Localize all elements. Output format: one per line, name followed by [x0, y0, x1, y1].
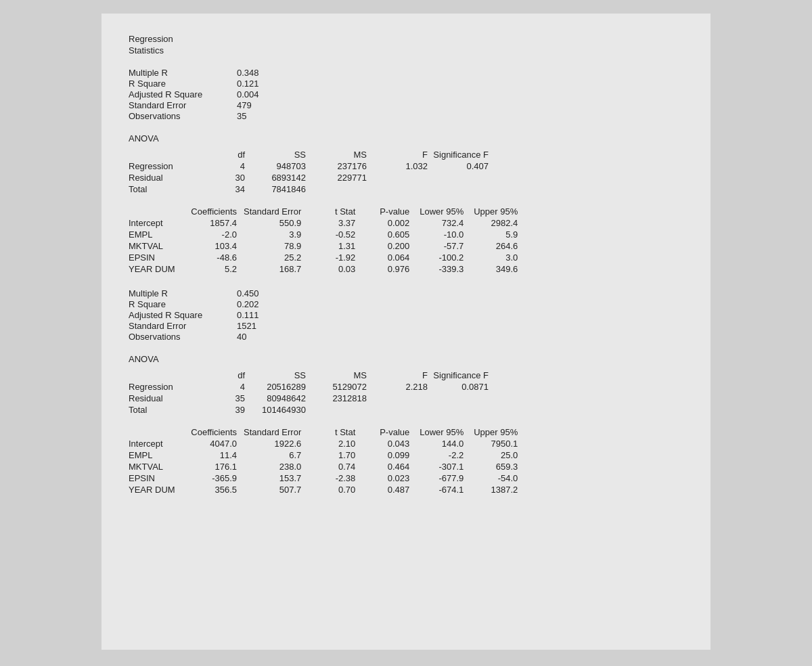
coeff-cell: 0.043 — [362, 438, 416, 449]
anova-cell — [311, 183, 372, 195]
anova-row: Total347841846 — [129, 183, 494, 195]
anova-cell: 4 — [189, 381, 250, 393]
coeff-cell: EPSIN — [129, 472, 189, 484]
coeff-cell: 144.0 — [416, 438, 470, 449]
anova-cell: 35 — [189, 393, 250, 404]
coeff-header: P-value — [362, 426, 416, 438]
coeff-cell: 356.5 — [189, 484, 244, 495]
anova-row: Residual306893142229771 — [129, 172, 494, 183]
section1-stats-rows: Multiple R0.348R Square0.121Adjusted R S… — [129, 68, 683, 121]
section2-anova-title: ANOVA — [129, 354, 683, 364]
stats-label: R Square — [129, 79, 237, 89]
coeff-cell: 168.7 — [244, 263, 308, 275]
anova-header: F — [372, 370, 433, 381]
coeff-cell: 1857.4 — [189, 217, 244, 229]
coeff-header — [129, 206, 189, 217]
coeff-cell: 1922.6 — [244, 438, 308, 449]
section1-anova-table: dfSSMSFSignificance FRegression494870323… — [129, 149, 494, 195]
coeff-cell: 0.464 — [362, 461, 416, 472]
stats-row: Multiple R0.348 — [129, 68, 683, 78]
coeff-row: EPSIN-48.625.2-1.920.064-100.23.0 — [129, 252, 524, 263]
anova-cell: 948703 — [250, 160, 311, 172]
stats-value: 0.348 — [237, 68, 291, 78]
anova-header: df — [189, 370, 250, 381]
coeff-cell: 3.37 — [308, 217, 362, 229]
coeff-header: P-value — [362, 206, 416, 217]
coeff-cell: 4047.0 — [189, 438, 244, 449]
coeff-cell: 2.10 — [308, 438, 362, 449]
anova-cell: Regression — [129, 160, 189, 172]
anova-cell: Residual — [129, 172, 189, 183]
coeff-cell: 0.200 — [362, 240, 416, 252]
anova-cell: 0.0871 — [433, 381, 494, 393]
coeff-cell: 2982.4 — [470, 217, 524, 229]
coeff-cell: 3.9 — [244, 229, 308, 240]
coeff-header: t Stat — [308, 206, 362, 217]
anova-cell — [311, 404, 372, 416]
coeff-cell: 0.099 — [362, 449, 416, 461]
stats-label: Standard Error — [129, 100, 237, 110]
coeff-cell: 0.064 — [362, 252, 416, 263]
coeff-cell: -2.0 — [189, 229, 244, 240]
stats-label: Adjusted R Square — [129, 89, 237, 99]
coeff-cell: -2.2 — [416, 449, 470, 461]
coeff-cell: 1.70 — [308, 449, 362, 461]
anova-header: MS — [311, 370, 372, 381]
stats-row: Adjusted R Square0.004 — [129, 89, 683, 99]
coeff-cell: 11.4 — [189, 449, 244, 461]
section1-stats: Regression Statistics — [129, 34, 683, 56]
stats-value: 0.202 — [237, 299, 291, 309]
anova-cell — [433, 172, 494, 183]
coeff-cell: 5.9 — [470, 229, 524, 240]
stats-row: Adjusted R Square0.111 — [129, 310, 683, 320]
coeff-cell: 0.023 — [362, 472, 416, 484]
coeff-cell: 78.9 — [244, 240, 308, 252]
coeff-cell: -365.9 — [189, 472, 244, 484]
coeff-cell: 6.7 — [244, 449, 308, 461]
coeff-cell: YEAR DUM — [129, 484, 189, 495]
coeff-cell: 507.7 — [244, 484, 308, 495]
page-content: Regression Statistics Multiple R0.348R S… — [102, 14, 710, 650]
anova-cell — [372, 404, 433, 416]
coeff-row: MKTVAL103.478.91.310.200-57.7264.6 — [129, 240, 524, 252]
coeff-cell: -677.9 — [416, 472, 470, 484]
anova-cell: 39 — [189, 404, 250, 416]
coeff-cell: -2.38 — [308, 472, 362, 484]
coeff-cell: MKTVAL — [129, 240, 189, 252]
anova-header: F — [372, 149, 433, 160]
stats-row: R Square0.202 — [129, 299, 683, 309]
coeff-cell: -57.7 — [416, 240, 470, 252]
anova-cell: 80948642 — [250, 393, 311, 404]
stats-label: Multiple R — [129, 288, 237, 298]
coeff-header: Upper 95% — [470, 426, 524, 438]
coeff-header: Coefficients — [189, 206, 244, 217]
section2-coeff-table: CoefficientsStandard Errort StatP-valueL… — [129, 426, 524, 495]
anova-row: Total39101464930 — [129, 404, 494, 416]
coeff-cell: -339.3 — [416, 263, 470, 275]
section1-coeff-table: CoefficientsStandard Errort StatP-valueL… — [129, 206, 524, 275]
section1-anova-title: ANOVA — [129, 133, 683, 143]
anova-cell: 229771 — [311, 172, 372, 183]
stats-row: Observations40 — [129, 332, 683, 342]
section1-title2: Statistics — [129, 45, 683, 56]
coeff-header: t Stat — [308, 426, 362, 438]
coeff-cell: 732.4 — [416, 217, 470, 229]
anova-cell: 101464930 — [250, 404, 311, 416]
coeff-cell: 1387.2 — [470, 484, 524, 495]
anova-cell — [433, 183, 494, 195]
coeff-cell: -54.0 — [470, 472, 524, 484]
coeff-cell: 0.487 — [362, 484, 416, 495]
anova-cell: 2.218 — [372, 381, 433, 393]
stats-value: 35 — [237, 111, 291, 121]
coeff-header: Coefficients — [189, 426, 244, 438]
coeff-cell: MKTVAL — [129, 461, 189, 472]
anova-cell: 6893142 — [250, 172, 311, 183]
anova-cell: 34 — [189, 183, 250, 195]
coeff-cell: -0.52 — [308, 229, 362, 240]
anova-cell: 2312818 — [311, 393, 372, 404]
stats-value: 0.111 — [237, 310, 291, 320]
anova-header — [129, 370, 189, 381]
anova-cell: 30 — [189, 172, 250, 183]
coeff-cell: EMPL — [129, 229, 189, 240]
coeff-cell: 264.6 — [470, 240, 524, 252]
